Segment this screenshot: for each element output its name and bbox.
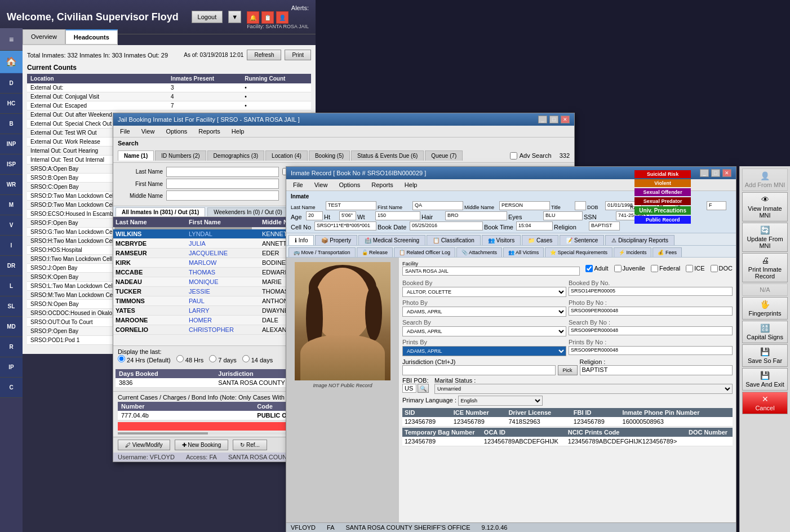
sidebar-item-v[interactable]: V <box>0 215 23 236</box>
doc-checkbox[interactable] <box>711 265 718 272</box>
photo-by-select[interactable]: ADAMS, APRIL <box>402 307 566 317</box>
alert-icon-2[interactable]: 📋 <box>261 11 274 24</box>
alert-icon-1[interactable]: 🔔 <box>247 11 259 24</box>
menu-view[interactable]: View <box>139 127 157 136</box>
tab-cases[interactable]: 📁 Cases <box>522 235 558 245</box>
radio-7days[interactable]: 7 days <box>209 355 236 363</box>
search-by-select[interactable]: ADAMS, APRIL <box>402 326 566 336</box>
sidebar-item-hc[interactable]: HC <box>0 94 23 114</box>
refresh-list-button[interactable]: ↻ Ref... <box>233 440 267 450</box>
inmate-menu-file[interactable]: File <box>291 180 305 189</box>
inmate-menu-help[interactable]: Help <box>402 180 420 189</box>
list-tab-weekenders[interactable]: Weekenders In (0) / Out (0) <box>207 207 289 216</box>
cancel-button[interactable]: ✕ Cancel <box>742 392 788 414</box>
refresh-button[interactable]: Refresh <box>247 50 281 60</box>
tab-disciplinary[interactable]: ⚠ Disciplinary Reports <box>605 235 674 245</box>
capital-signs-button[interactable]: 🔠 Capital Signs <box>742 321 788 343</box>
sidebar-item-b[interactable]: B <box>0 114 23 134</box>
marital-status-select[interactable]: Unmarried <box>434 384 733 394</box>
tab-attachments[interactable]: 📎 Attachments <box>456 247 502 257</box>
adult-checkbox[interactable] <box>585 265 593 272</box>
tab-move[interactable]: 🚌 Move / Transportation <box>289 247 356 257</box>
save-and-exit-button[interactable]: 💾 Save And Exit <box>742 368 788 391</box>
sidebar-item-ip[interactable]: IP <box>0 357 23 378</box>
search-tab-booking[interactable]: Booking (5) <box>309 150 350 161</box>
tab-incidents[interactable]: ⚡ Incidents <box>614 247 652 257</box>
jurisdiction-pick-button[interactable]: Pick <box>558 365 578 375</box>
juvenile-checkbox[interactable] <box>614 265 622 272</box>
tab-info[interactable]: ℹ Info <box>289 235 314 245</box>
federal-checkbox[interactable] <box>651 265 658 272</box>
logout-button[interactable]: Logout <box>192 11 223 23</box>
alert-icon-3[interactable]: 👤 <box>276 11 289 24</box>
search-tab-name[interactable]: Name (1) <box>118 150 154 161</box>
primary-lang-select[interactable]: English <box>458 396 543 406</box>
inmate-minimize-btn[interactable]: _ <box>700 169 709 177</box>
tab-victims[interactable]: 👥 All Victims <box>503 247 544 257</box>
tab-officer-log[interactable]: 📋 Related Officer Log <box>394 247 455 257</box>
fbi-pob-button[interactable]: 🔍 <box>418 384 429 393</box>
inmate-maximize-btn[interactable]: □ <box>711 169 720 177</box>
list-tab-all[interactable]: All Inmates In (301) / Out (31) <box>116 207 205 216</box>
sidebar-item-wr[interactable]: WR <box>0 175 23 195</box>
inmate-menu-options[interactable]: Options <box>336 180 362 189</box>
sidebar-item-d[interactable]: D <box>0 73 23 94</box>
save-so-far-button[interactable]: 💾 Save So Far <box>742 344 788 367</box>
search-tab-id[interactable]: ID Numbers (2) <box>155 150 206 161</box>
tab-sentence[interactable]: 📝 Sentence <box>560 235 604 245</box>
search-tab-demo[interactable]: Demographics (3) <box>207 150 264 161</box>
tab-classification[interactable]: 📋 Classification <box>427 235 481 245</box>
tab-fees[interactable]: 💰 Fees <box>653 247 682 257</box>
sidebar-item-dr[interactable]: DR <box>0 256 23 276</box>
booked-by-select[interactable]: ALLTOP, COLETTE <box>402 287 566 297</box>
last-name-input[interactable] <box>166 167 279 177</box>
sidebar-item-isp[interactable]: ISP <box>0 154 23 175</box>
prints-by-select[interactable]: ADAMS, APRIL <box>402 346 566 356</box>
middle-name-input[interactable] <box>166 190 279 201</box>
print-button[interactable]: Print <box>285 50 311 60</box>
new-booking-button[interactable]: ✚ New Booking <box>175 440 229 450</box>
home-button[interactable]: 🏠 <box>0 51 23 73</box>
sidebar-item-md[interactable]: MD <box>0 317 23 337</box>
adv-search-checkbox[interactable] <box>510 152 517 159</box>
close-button[interactable]: ✕ <box>561 116 570 123</box>
search-tab-queue[interactable]: Queue (7) <box>425 150 463 161</box>
jurisdiction-input[interactable] <box>402 365 556 375</box>
radio-48hr[interactable]: 48 Hrs <box>176 355 203 363</box>
search-tab-location[interactable]: Location (4) <box>265 150 308 161</box>
inmate-menu-reports[interactable]: Reports <box>369 180 396 189</box>
tab-property[interactable]: 📦 Property <box>315 235 357 245</box>
menu-help[interactable]: Help <box>229 127 247 136</box>
tab-headcounts[interactable]: Headcounts <box>65 29 118 44</box>
maximize-button[interactable]: □ <box>549 116 558 123</box>
menu-options[interactable]: Options <box>163 127 189 136</box>
search-tab-status[interactable]: Status & Events Due (6) <box>351 150 424 161</box>
menu-reports[interactable]: Reports <box>196 127 223 136</box>
logout-dropdown[interactable]: ▼ <box>228 11 241 23</box>
update-from-mni-button[interactable]: 🔄 Update From MNI <box>742 223 788 252</box>
sidebar-menu-icon[interactable]: ≡ <box>0 28 23 51</box>
sidebar-item-m[interactable]: M <box>0 195 23 215</box>
sidebar-item-i[interactable]: I <box>0 236 23 256</box>
minimize-button[interactable]: _ <box>538 116 547 123</box>
sidebar-item-inp[interactable]: INP <box>0 134 23 154</box>
sidebar-item-r[interactable]: R <box>0 337 23 357</box>
sidebar-item-sl[interactable]: SL <box>0 296 23 317</box>
inmate-close-btn[interactable]: ✕ <box>722 169 731 177</box>
radio-24hr[interactable]: 24 Hrs (Default) <box>118 355 171 363</box>
tab-overview[interactable]: Overview <box>23 29 65 44</box>
tab-visitors[interactable]: 👥 Visitors <box>482 235 521 245</box>
view-modify-button[interactable]: 🖊 View/Modify <box>118 440 170 450</box>
ice-checkbox[interactable] <box>686 265 693 272</box>
first-name-input[interactable] <box>166 179 279 189</box>
fingerprints-button[interactable]: 🖐 Fingerprints <box>742 297 788 320</box>
print-inmate-record-button[interactable]: 🖨 Print Inmate Record <box>742 253 788 282</box>
menu-file[interactable]: File <box>118 127 132 136</box>
sidebar-item-c[interactable]: C <box>0 378 23 398</box>
sidebar-item-l[interactable]: L <box>0 276 23 296</box>
tab-special-req[interactable]: ⭐ Special Requirements <box>545 247 613 257</box>
tab-release[interactable]: 🔓 Release <box>357 247 393 257</box>
inmate-menu-view[interactable]: View <box>312 180 330 189</box>
radio-14days[interactable]: 14 days <box>242 355 273 363</box>
tab-medical[interactable]: 🏥 Medical Screening <box>358 235 425 245</box>
